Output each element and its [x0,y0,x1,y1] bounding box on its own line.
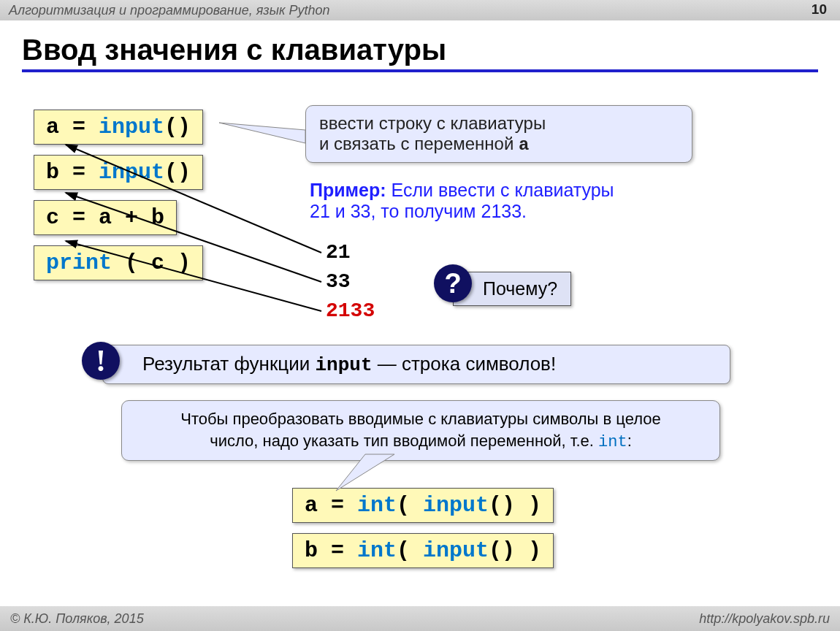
conversion-box: Чтобы преобразовать вводимые с клавиатур… [121,400,720,461]
code-line-4: print ( c ) [34,245,203,280]
code-int-1: a = int( input() ) [292,488,554,523]
footer-url: http://kpolyakov.spb.ru [699,611,830,627]
output-2133: 2133 [326,299,375,322]
exclamation-icon: ! [82,342,120,380]
question-mark-icon: ? [434,264,472,302]
output-33: 33 [326,270,351,293]
page-number: 10 [812,1,827,18]
code-int-2: b = int( input() ) [292,533,554,568]
speech-bubble-input: ввести строку с клавиатуры и связать с п… [305,105,692,163]
example-text: Пример: Если ввести с клавиатуры 21 и 33… [310,180,777,222]
header-subject: Алгоритмизация и программирование, язык … [9,3,329,18]
code-line-1: a = input() [34,110,203,145]
footer-bar: © К.Ю. Поляков, 2015 http://kpolyakov.sp… [0,606,840,631]
header-bar: Алгоритмизация и программирование, язык … [0,0,840,20]
output-21: 21 [326,241,351,264]
slide-title: Ввод значения с клавиатуры [22,34,818,72]
code-line-2: b = input() [34,155,203,190]
info-box: Результат функции input — строка символо… [102,345,730,384]
slide-body: Ввод значения с клавиатуры a = input() b… [0,20,840,606]
code-line-3: c = a + b [34,200,177,235]
footer-author: © К.Ю. Поляков, 2015 [10,611,144,627]
